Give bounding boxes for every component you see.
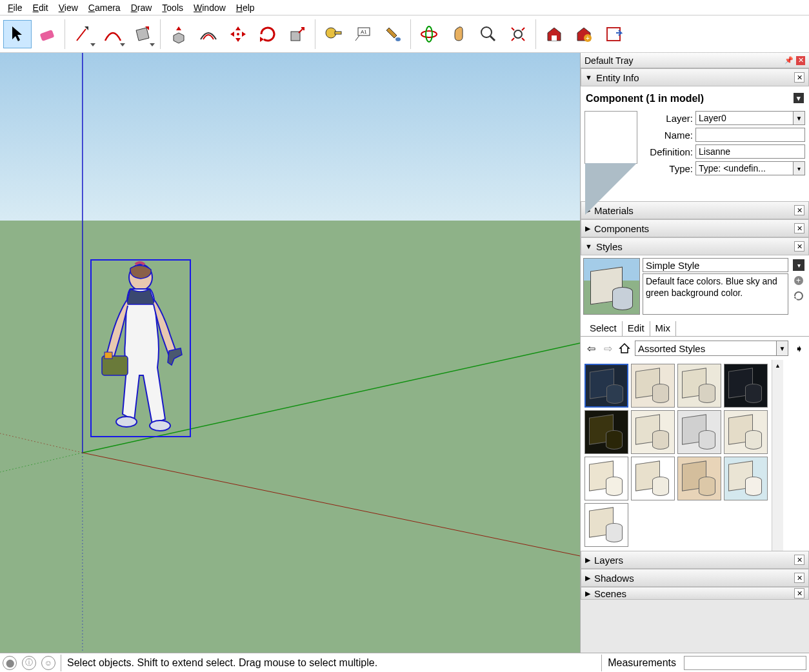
close-panel-icon[interactable]: ✕ <box>794 555 804 565</box>
style-thumbnail[interactable] <box>677 364 721 408</box>
nav-back-icon[interactable]: ⇦ <box>584 342 597 355</box>
close-panel-icon[interactable]: ✕ <box>794 205 804 215</box>
credits-icon[interactable]: ⓘ <box>22 656 36 670</box>
style-thumbnail[interactable] <box>631 364 675 408</box>
style-tabs: Select Edit Mix <box>581 317 809 337</box>
svg-text:A1: A1 <box>361 29 367 35</box>
close-panel-icon[interactable]: ✕ <box>794 241 804 252</box>
definition-input[interactable]: Lisanne <box>695 144 805 159</box>
new-style-icon[interactable]: + <box>793 275 804 286</box>
style-thumbnail[interactable] <box>677 457 721 500</box>
pin-icon[interactable]: 📌 <box>784 56 794 65</box>
orbit-tool[interactable] <box>415 20 443 48</box>
material-swatch[interactable] <box>584 111 637 164</box>
scrollbar[interactable]: ▲ <box>772 360 783 551</box>
style-collection-select[interactable]: Assorted Styles▼ <box>635 341 788 356</box>
move-tool[interactable] <box>224 20 252 48</box>
name-input[interactable] <box>695 128 805 142</box>
close-icon[interactable]: ✕ <box>796 56 805 65</box>
style-thumbnail[interactable] <box>631 457 675 500</box>
style-thumbnail[interactable] <box>584 503 628 547</box>
style-dropdown-icon[interactable]: ▾ <box>793 259 804 271</box>
style-desc-input[interactable]: Default face colors. Blue sky and green … <box>643 273 788 315</box>
eraser-tool[interactable] <box>33 20 61 48</box>
pushpull-tool[interactable] <box>165 20 193 48</box>
tab-select[interactable]: Select <box>584 321 623 336</box>
style-name-input[interactable]: Simple Style <box>643 258 788 272</box>
arc-tool[interactable] <box>99 20 127 48</box>
style-thumbnail[interactable] <box>631 410 675 454</box>
viewport-3d[interactable] <box>0 53 581 653</box>
style-thumbnail[interactable] <box>584 410 628 454</box>
tab-mix[interactable]: Mix <box>650 321 676 336</box>
svg-point-9 <box>426 26 432 42</box>
svg-point-7 <box>395 37 401 41</box>
layer-select[interactable]: Layer0▼ <box>695 111 805 125</box>
panel-styles-header[interactable]: ▼Styles✕ <box>581 237 809 255</box>
zoom-extents-tool[interactable] <box>504 20 532 48</box>
paint-tool[interactable] <box>379 20 407 48</box>
name-label: Name: <box>643 130 695 141</box>
panel-label: Entity Info <box>596 72 639 83</box>
line-tool[interactable] <box>69 20 97 48</box>
menu-tools[interactable]: Tools <box>157 1 188 14</box>
close-panel-icon[interactable]: ✕ <box>794 588 804 598</box>
type-select[interactable]: Type: <undefin...▾ <box>695 161 805 175</box>
svg-rect-0 <box>40 29 55 41</box>
style-thumbnail[interactable] <box>584 364 628 408</box>
update-style-icon[interactable] <box>793 290 804 302</box>
menu-help[interactable]: Help <box>231 1 260 14</box>
nav-forward-icon[interactable]: ⇨ <box>601 342 614 355</box>
panel-layers-header[interactable]: ▶Layers✕ <box>581 551 809 569</box>
svg-point-11 <box>514 30 522 38</box>
details-icon[interactable]: ➧ <box>792 342 805 355</box>
style-thumbnail[interactable] <box>724 410 768 454</box>
close-panel-icon[interactable]: ✕ <box>794 573 804 583</box>
extension-warehouse-tool[interactable]: + <box>570 20 598 48</box>
panel-entity-info-header[interactable]: ▼ Entity Info ✕ <box>581 68 809 86</box>
zoom-tool[interactable] <box>474 20 503 48</box>
rectangle-tool[interactable] <box>128 20 157 48</box>
menu-file[interactable]: File <box>3 1 28 14</box>
menu-edit[interactable]: Edit <box>28 1 54 14</box>
panel-scenes-header[interactable]: ▶Scenes✕ <box>581 587 809 600</box>
close-panel-icon[interactable]: ✕ <box>794 223 804 233</box>
close-panel-icon[interactable]: ✕ <box>794 72 804 83</box>
menu-view[interactable]: View <box>54 1 83 14</box>
measurements-input[interactable] <box>684 656 806 670</box>
panel-components-header[interactable]: ▶Components✕ <box>581 219 809 237</box>
current-style-thumb[interactable] <box>583 258 640 315</box>
offset-tool[interactable] <box>194 20 223 48</box>
style-thumbnail[interactable] <box>724 457 768 500</box>
scale-tool[interactable] <box>283 20 312 48</box>
style-grid <box>581 360 772 551</box>
svg-rect-12 <box>552 35 557 41</box>
tray-title-bar[interactable]: Default Tray 📌 ✕ <box>581 53 809 68</box>
style-thumbnail[interactable] <box>677 410 721 454</box>
expand-details-icon[interactable]: ▾ <box>794 93 804 103</box>
toolbar: A1 + <box>0 15 809 53</box>
style-thumbnail[interactable] <box>584 457 628 500</box>
pan-tool[interactable] <box>444 20 473 48</box>
rotate-tool[interactable] <box>254 20 282 48</box>
svg-point-10 <box>481 27 492 37</box>
layout-tool[interactable] <box>599 20 628 48</box>
tab-edit[interactable]: Edit <box>623 321 650 336</box>
entity-info-body: Component (1 in model) ▾ Layer: Layer0▼ … <box>581 86 809 201</box>
menu-draw[interactable]: Draw <box>126 1 157 14</box>
tape-tool[interactable] <box>319 20 348 48</box>
collapse-icon: ▼ <box>585 74 592 81</box>
svg-point-8 <box>421 31 437 37</box>
svg-rect-4 <box>335 32 341 34</box>
menu-window[interactable]: Window <box>188 1 231 14</box>
style-thumbnail[interactable] <box>724 364 768 408</box>
nav-home-icon[interactable] <box>618 342 631 355</box>
menu-camera[interactable]: Camera <box>83 1 126 14</box>
panel-shadows-header[interactable]: ▶Shadows✕ <box>581 569 809 587</box>
geo-icon[interactable]: ⬤ <box>3 656 17 670</box>
svg-point-26 <box>150 420 170 431</box>
text-tool[interactable]: A1 <box>349 20 377 48</box>
warehouse-tool[interactable] <box>540 20 568 48</box>
select-tool[interactable] <box>3 20 32 48</box>
user-icon[interactable]: ☺ <box>41 656 55 670</box>
